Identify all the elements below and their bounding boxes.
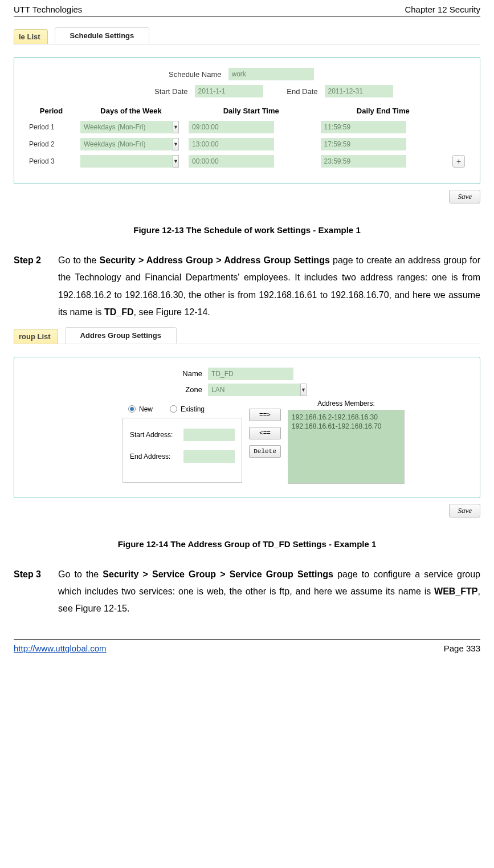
end-date-input[interactable]: [325, 85, 393, 97]
table-row: Period 2 ▼: [26, 136, 468, 153]
step-label: Step 3: [14, 566, 58, 618]
step-3: Step 3 Go to the Security > Service Grou…: [14, 566, 480, 618]
step-label: Step 2: [14, 252, 58, 321]
period-label: Period 3: [26, 153, 77, 170]
header-left: UTT Technologies: [14, 5, 82, 14]
step-body: Go to the Security > Address Group > Add…: [58, 252, 480, 321]
radio-new[interactable]: New: [128, 405, 153, 413]
col-days: Days of the Week: [77, 103, 185, 119]
tab-address-group-settings[interactable]: Addres Group Settings: [65, 327, 177, 344]
footer-link[interactable]: http://www.uttglobal.com: [14, 643, 107, 653]
days-select[interactable]: [80, 121, 173, 133]
col-period: Period: [26, 103, 77, 119]
start-address-label: Start Address:: [130, 431, 183, 439]
save-button[interactable]: Save: [449, 190, 480, 203]
chevron-down-icon[interactable]: ▼: [173, 155, 179, 168]
daily-end-input[interactable]: [321, 138, 406, 150]
schedule-name-label: Schedule Name: [146, 70, 226, 79]
table-row: Period 1 ▼: [26, 119, 468, 136]
zone-label: Zone: [157, 385, 208, 394]
start-address-input[interactable]: [183, 429, 235, 441]
delete-member-button[interactable]: Delete: [249, 445, 281, 458]
radio-existing[interactable]: Existing: [170, 405, 205, 413]
chevron-down-icon[interactable]: ▼: [300, 384, 307, 396]
tab-group-list[interactable]: roup List: [14, 329, 58, 344]
end-address-label: End Address:: [130, 453, 183, 461]
schedule-screenshot: le List Schedule Settings Schedule Name …: [14, 27, 480, 203]
step-body: Go to the Security > Service Group > Ser…: [58, 566, 480, 618]
page-footer: http://www.uttglobal.com Page 333: [14, 639, 480, 653]
end-address-input[interactable]: [183, 450, 235, 463]
figure-caption-2: Figure 12-14 The Address Group of TD_FD …: [14, 539, 480, 549]
schedule-name-input[interactable]: [228, 68, 314, 80]
schedule-form: Schedule Name Start Date End Date Period…: [14, 57, 480, 184]
address-entry-box: Start Address: End Address:: [123, 418, 242, 483]
daily-start-input[interactable]: [189, 121, 274, 133]
ag-form: Name Zone ▼ New: [14, 357, 480, 498]
add-period-button[interactable]: +: [452, 155, 465, 168]
page-number: Page 333: [444, 643, 480, 653]
chevron-down-icon[interactable]: ▼: [173, 138, 179, 150]
list-item[interactable]: 192.168.16.61-192.168.16.70: [292, 422, 401, 431]
period-label: Period 1: [26, 119, 77, 136]
list-item[interactable]: 192.168.16.2-192.168.16.30: [292, 413, 401, 422]
members-label: Address Members:: [288, 400, 405, 410]
add-member-button[interactable]: ==>: [249, 409, 281, 421]
schedule-table: Period Days of the Week Daily Start Time…: [26, 103, 468, 170]
daily-end-input[interactable]: [321, 121, 406, 133]
days-select[interactable]: [80, 138, 173, 150]
end-date-label: End Date: [266, 87, 322, 96]
daily-start-input[interactable]: [189, 138, 274, 150]
col-end: Daily End Time: [317, 103, 450, 119]
chevron-down-icon[interactable]: ▼: [173, 121, 179, 133]
name-input[interactable]: [208, 368, 293, 380]
table-row: Period 3 ▼ +: [26, 153, 468, 170]
start-date-input[interactable]: [195, 85, 263, 97]
radio-icon: [170, 405, 177, 413]
figure-caption-1: Figure 12-13 The Schedule of work Settin…: [14, 225, 480, 235]
daily-end-input[interactable]: [321, 155, 406, 168]
period-label: Period 2: [26, 136, 77, 153]
header-right: Chapter 12 Security: [405, 5, 480, 14]
page-header: UTT Technologies Chapter 12 Security: [14, 5, 480, 17]
address-group-screenshot: roup List Addres Group Settings Name Zon…: [14, 327, 480, 517]
tab-schedule-list[interactable]: le List: [14, 29, 48, 44]
schedule-tabbar: le List Schedule Settings: [14, 27, 480, 44]
col-start: Daily Start Time: [185, 103, 317, 119]
tab-schedule-settings[interactable]: Schedule Settings: [55, 27, 150, 44]
zone-select[interactable]: [208, 384, 300, 396]
name-label: Name: [157, 369, 208, 378]
members-listbox[interactable]: 192.168.16.2-192.168.16.30 192.168.16.61…: [288, 410, 405, 484]
daily-start-input[interactable]: [189, 155, 274, 168]
step-2: Step 2 Go to the Security > Address Grou…: [14, 252, 480, 321]
save-button[interactable]: Save: [449, 504, 480, 517]
days-select[interactable]: [80, 155, 173, 168]
transfer-buttons: ==> <== Delete: [249, 409, 281, 458]
ag-tabbar: roup List Addres Group Settings: [14, 327, 480, 344]
remove-member-button[interactable]: <==: [249, 427, 281, 439]
start-date-label: Start Date: [113, 87, 193, 96]
radio-icon: [128, 405, 136, 413]
